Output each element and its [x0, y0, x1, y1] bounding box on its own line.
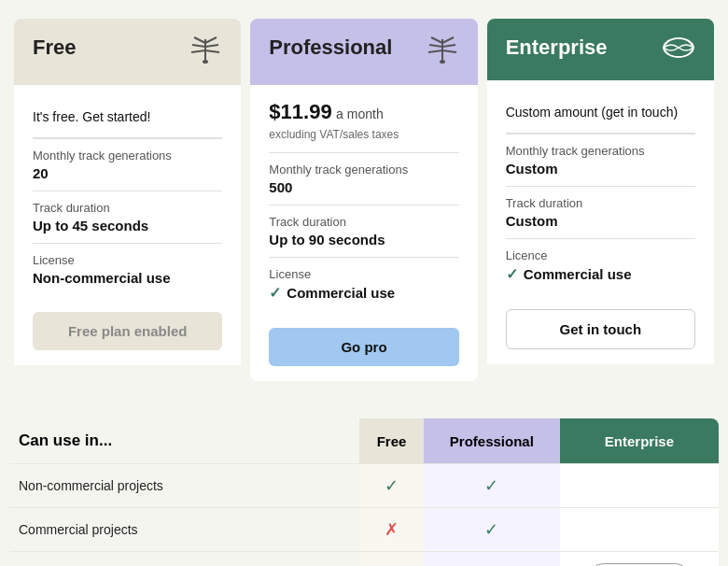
svg-line-14	[442, 50, 456, 52]
enterprise-duration-value: Custom	[506, 213, 695, 229]
pro-license-label: License	[269, 267, 458, 281]
svg-point-0	[203, 60, 208, 64]
comparison-table: Can use in... Free Professional Enterpri…	[9, 418, 719, 566]
pro-duration-block: Track duration Up to 90 seconds	[269, 205, 458, 257]
feature-cell: Commercial projects	[9, 508, 359, 552]
free-tagline: It's free. Get started!	[33, 100, 222, 138]
svg-line-9	[431, 37, 442, 43]
enterprise-card-body: Custom amount (get in touch) Monthly tra…	[487, 80, 714, 364]
pro-card-title: Professional	[269, 35, 392, 60]
table-row: Non-commercial projects✓✓	[9, 464, 719, 508]
enterprise-cell: Get in touch	[560, 552, 719, 567]
free-cell: ✓	[359, 464, 424, 508]
pro-cell: ✓	[424, 552, 560, 567]
comp-feature-header: Can use in...	[9, 418, 359, 464]
pro-license-value: ✓ Commercial use	[269, 284, 458, 302]
pro-monthly-value: 500	[269, 179, 458, 195]
enterprise-tagline: Custom amount (get in touch)	[506, 95, 695, 134]
enterprise-monthly-value: Custom	[506, 161, 695, 177]
table-row: Commercial projects✗✓	[9, 508, 719, 552]
svg-line-6	[191, 50, 205, 52]
svg-line-5	[205, 45, 218, 47]
free-license-value: Non-commercial use	[33, 270, 222, 286]
free-card-title: Free	[33, 35, 76, 60]
svg-line-12	[442, 45, 455, 47]
pro-cell: ✓	[424, 464, 560, 508]
free-icon	[189, 35, 222, 70]
svg-line-3	[205, 37, 217, 43]
free-cell: ✗	[359, 508, 424, 552]
enterprise-cell	[560, 508, 719, 552]
pro-card: Professional $11.99 a month exclud	[250, 19, 477, 381]
enterprise-card-header: Enterprise	[487, 19, 714, 80]
enterprise-button[interactable]: Get in touch	[506, 309, 695, 349]
free-duration-block: Track duration Up to 45 seconds	[33, 191, 222, 243]
comp-free-header: Free	[359, 418, 424, 464]
enterprise-duration-label: Track duration	[506, 196, 695, 210]
enterprise-duration-block: Track duration Custom	[506, 186, 695, 238]
comp-enterprise-header: Enterprise	[560, 418, 719, 464]
pro-price-period: a month	[336, 106, 384, 121]
svg-line-4	[192, 45, 205, 47]
free-duration-value: Up to 45 seconds	[33, 218, 222, 233]
table-row: Commercial music releases✗✓Get in touch	[9, 552, 719, 567]
check-icon: ✓	[484, 520, 498, 539]
free-license-label: License	[33, 253, 222, 267]
pro-card-header: Professional	[250, 19, 477, 85]
pro-duration-label: Track duration	[269, 215, 458, 229]
pro-monthly-block: Monthly track generations 500	[269, 152, 458, 205]
pro-license-block: License ✓ Commercial use	[269, 257, 458, 315]
svg-line-7	[205, 50, 219, 52]
pro-duration-value: Up to 90 seconds	[269, 232, 458, 248]
enterprise-license-block: Licence ✓ Commercial use	[506, 238, 695, 296]
enterprise-monthly-label: Monthly track generations	[506, 144, 695, 158]
pro-card-body: $11.99 a month excluding VAT/sales taxes…	[250, 85, 477, 381]
svg-line-10	[442, 37, 454, 43]
free-monthly-label: Monthly track generations	[33, 149, 222, 163]
pro-monthly-label: Monthly track generations	[269, 163, 458, 177]
svg-line-11	[429, 45, 442, 47]
check-icon: ✓	[484, 476, 498, 495]
pricing-section: Free It's free. Get starte	[0, 0, 728, 409]
free-monthly-block: Monthly track generations 20	[33, 138, 222, 191]
comparison-section: Can use in... Free Professional Enterpri…	[0, 418, 728, 566]
free-card: Free It's free. Get starte	[14, 19, 241, 381]
feature-cell: Commercial music releases	[9, 552, 359, 567]
cross-icon: ✗	[385, 520, 399, 539]
svg-line-2	[194, 37, 205, 43]
free-card-body: It's free. Get started! Monthly track ge…	[14, 85, 241, 365]
check-icon: ✓	[385, 476, 399, 495]
enterprise-monthly-block: Monthly track generations Custom	[506, 134, 695, 186]
free-monthly-value: 20	[33, 165, 222, 181]
enterprise-icon	[662, 35, 695, 65]
enterprise-license-value: ✓ Commercial use	[506, 265, 695, 283]
free-duration-label: Track duration	[33, 201, 222, 215]
enterprise-cell	[560, 464, 719, 508]
enterprise-license-label: Licence	[506, 248, 695, 262]
free-license-block: License Non-commercial use	[33, 243, 222, 299]
pro-price-line: $11.99 a month	[269, 100, 458, 124]
svg-point-15	[440, 60, 445, 64]
pro-price-amount: $11.99	[269, 100, 331, 123]
pro-cell: ✓	[424, 508, 560, 552]
free-card-header: Free	[14, 19, 241, 85]
enterprise-card: Enterprise Custom amount (get in touch) …	[487, 19, 714, 381]
pro-icon	[426, 35, 459, 70]
pro-button[interactable]: Go pro	[269, 328, 458, 366]
comp-pro-header: Professional	[424, 418, 560, 464]
pro-price-note: excluding VAT/sales taxes	[269, 128, 458, 141]
feature-cell: Non-commercial projects	[9, 464, 359, 508]
svg-line-13	[428, 50, 442, 52]
free-button: Free plan enabled	[33, 312, 222, 350]
pro-check-icon: ✓	[269, 284, 281, 302]
free-cell: ✗	[359, 552, 424, 567]
enterprise-card-title: Enterprise	[506, 35, 608, 60]
enterprise-check-icon: ✓	[506, 265, 518, 283]
